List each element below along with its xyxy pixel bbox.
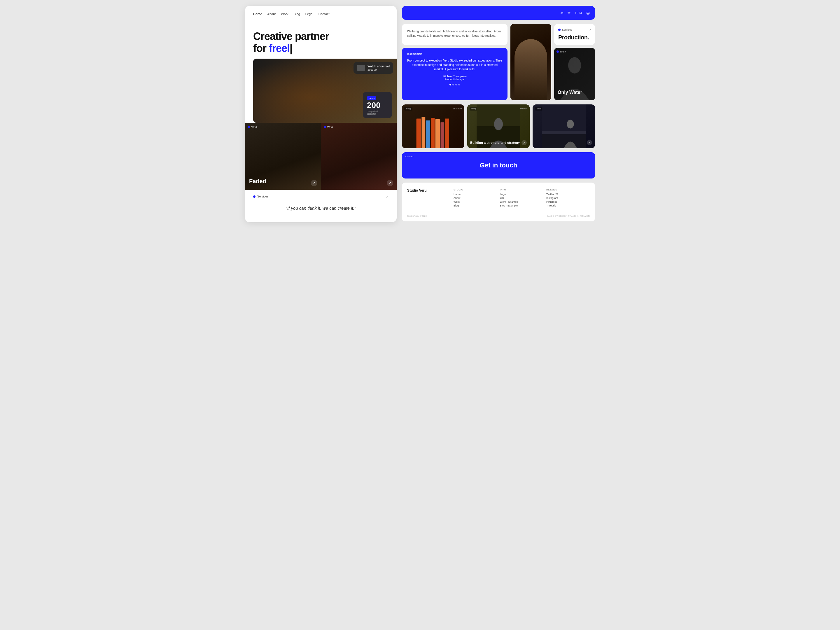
nav-legal[interactable]: Legal: [305, 12, 313, 16]
footer-link-blog[interactable]: Blog: [453, 204, 497, 207]
nav-about[interactable]: About: [267, 12, 276, 16]
testimonial-text: From concept to execution, Veru Studio e…: [407, 58, 503, 71]
nav-work[interactable]: Work: [281, 12, 288, 16]
brand-icon-1: ∞: [560, 11, 563, 15]
nav: Home About Work Blog Legal Contact: [245, 6, 397, 22]
footer-link-home[interactable]: Home: [453, 193, 497, 196]
nav-blog[interactable]: Blog: [294, 12, 300, 16]
footer-link-about[interactable]: About: [453, 197, 497, 199]
footer-link-pinterest[interactable]: Pinterest: [546, 201, 590, 203]
services-bar: Services ↗: [245, 191, 397, 201]
blog-card-1-header: Blog 18/08/24: [404, 107, 462, 111]
blog-card-2-title: Building a strong brand strategy: [470, 141, 527, 145]
footer-link-legal[interactable]: Legal: [500, 193, 543, 196]
watch-showreel-badge[interactable]: Watch showreel 2019-24: [354, 62, 393, 74]
news-badge: News 200 completedprojects!: [363, 92, 392, 118]
testimonial-dots: [407, 84, 503, 85]
blog-card-2-arrow: ↗: [521, 140, 527, 145]
blog-date-1: 18/08/24: [453, 107, 462, 110]
about-card: We bring brands to life with bold design…: [402, 24, 507, 45]
work-card-faded[interactable]: Work Faded ↗: [245, 123, 321, 190]
work-card-2-arrow: ↗: [387, 180, 393, 186]
work-thumb-card[interactable]: Work Only Water: [554, 48, 595, 100]
news-sub: completedprojects!: [367, 110, 388, 115]
blog-row: Blog 18/08/24 Blog 18/08/24: [402, 104, 595, 148]
services-card-title: Production.: [558, 34, 591, 41]
services-card-dot: [558, 28, 561, 31]
svg-rect-7: [441, 122, 445, 148]
svg-rect-2: [417, 118, 421, 148]
services-arrow: ↗: [385, 194, 388, 199]
blog-card-3[interactable]: Blog ↗: [532, 104, 595, 148]
svg-rect-8: [445, 118, 449, 148]
work-card-1-label: Work: [248, 126, 257, 129]
footer-info-col: INFO Legal 404 Work - Example Blog - Exa…: [500, 188, 543, 208]
footer-link-blog-example[interactable]: Blog - Example: [500, 204, 543, 207]
work-dot-1: [248, 126, 250, 128]
footer-col-details-title: DETAILS: [546, 188, 590, 191]
news-label: News: [367, 96, 376, 100]
svg-rect-6: [436, 119, 440, 148]
about-text: We bring brands to life with bold design…: [407, 29, 502, 38]
dot-3: [455, 84, 457, 85]
services-dot: [253, 196, 256, 198]
dot-1: [450, 84, 451, 85]
quote-text: "If you can think it, we can create it.": [253, 205, 388, 211]
contact-title: Get in touch: [480, 162, 517, 169]
services-card-label: Services: [558, 28, 572, 31]
contact-label: Contact: [406, 155, 414, 158]
footer-link-404[interactable]: 404: [500, 197, 543, 199]
svg-rect-3: [422, 117, 425, 148]
brand-icon-2: ✳: [567, 11, 571, 15]
testimonials-card: Testimonials From concept to execution, …: [402, 48, 507, 100]
testimonial-author: Michael Thompson Product Manager: [407, 75, 503, 81]
nav-home[interactable]: Home: [253, 12, 262, 16]
work-thumb-label: Work: [556, 50, 566, 53]
work-card-1-title: Faded: [249, 178, 266, 185]
svg-point-14: [567, 120, 574, 129]
brand-icon-3: LJJJ: [575, 11, 582, 14]
hero-title: Creative partner for freel|: [253, 30, 388, 55]
footer-link-threads[interactable]: Threads: [546, 204, 590, 207]
news-number: 200: [367, 101, 388, 109]
testimonials-label: Testimonials: [407, 52, 503, 55]
hero-text: Creative partner for freel|: [245, 22, 397, 58]
services-card-header: Services ↗: [558, 28, 591, 31]
brand-icon-4: ◎: [586, 11, 590, 15]
work-card-2[interactable]: Work ↗: [321, 123, 397, 190]
cursor-blink: |: [290, 42, 292, 54]
dot-4: [458, 84, 460, 85]
right-panel: ∞ ✳ LJJJ ◎ We bring brands to life with …: [402, 6, 595, 221]
portrait-person: [515, 39, 547, 100]
footer-link-instagram[interactable]: Instagram: [546, 197, 590, 199]
footer-link-work-example[interactable]: Work - Example: [500, 201, 543, 203]
left-panel: Home About Work Blog Legal Contact Creat…: [245, 6, 397, 222]
footer-brand: Studio Veru: [407, 188, 451, 193]
footer-col-info-title: INFO: [500, 188, 543, 191]
footer-details-col: DETAILS Twitter / X Instagram Pinterest …: [546, 188, 590, 208]
top-blue-bar: ∞ ✳ LJJJ ◎: [402, 6, 595, 20]
svg-point-1: [568, 57, 581, 74]
footer-link-work[interactable]: Work: [453, 201, 497, 203]
footer-made: MADE BY DESIGN FRAME IN FRAMER: [548, 215, 590, 217]
brand-icons: ∞ ✳ LJJJ ◎: [560, 11, 590, 15]
watch-thumbnail: [357, 65, 365, 71]
footer-col-studio-title: STUDIO: [453, 188, 497, 191]
footer-brand-col: Studio Veru: [407, 188, 451, 208]
footer-copy: Studio Veru ©2024: [407, 215, 427, 217]
nav-contact[interactable]: Contact: [319, 12, 330, 16]
bento-grid: We bring brands to life with bold design…: [402, 24, 595, 100]
quote-section: "If you can think it, we can create it.": [245, 201, 397, 211]
blog-card-2[interactable]: Blog 18/08/24 Building a strong brand st…: [467, 104, 530, 148]
footer-bottom: Studio Veru ©2024 MADE BY DESIGN FRAME I…: [407, 212, 590, 217]
contact-card[interactable]: Contact Get in touch: [402, 152, 595, 178]
blog-card-3-arrow: ↗: [587, 140, 592, 145]
watch-text: Watch showreel 2019-24: [368, 65, 390, 72]
work-dot-2: [324, 126, 326, 128]
blog-tag-1: Blog: [404, 107, 412, 111]
footer-link-twitter[interactable]: Twitter / X: [546, 193, 590, 196]
svg-rect-4: [426, 120, 430, 148]
blog-card-1[interactable]: Blog 18/08/24: [402, 104, 464, 148]
services-card-arrow: ↗: [589, 28, 591, 31]
blog-3-svg: [532, 104, 595, 148]
